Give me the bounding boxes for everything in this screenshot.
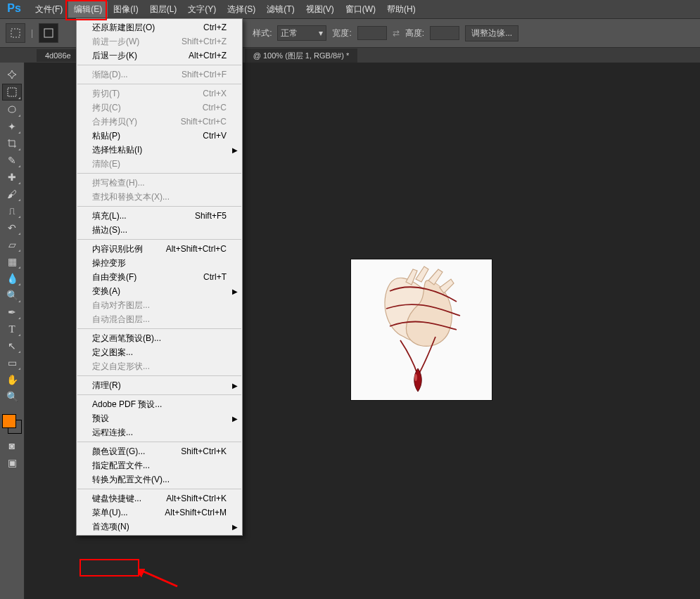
menu-item-label: 颜色设置(G)... <box>92 446 145 458</box>
menu-view[interactable]: 视图(V) <box>300 1 340 18</box>
menu-item-label: 变换(A) <box>92 285 120 297</box>
screenmode-tool[interactable]: ▣ <box>3 455 21 470</box>
menu-item[interactable]: 操控变形 <box>77 256 242 270</box>
menu-layer[interactable]: 图层(L) <box>144 1 183 18</box>
menu-item[interactable]: 描边(S)... <box>77 223 242 237</box>
lasso-tool[interactable] <box>3 102 21 117</box>
menu-item[interactable]: 键盘快捷键...Alt+Shift+Ctrl+K <box>77 491 242 505</box>
color-swatch[interactable] <box>2 414 22 434</box>
menu-item-shortcut: Ctrl+X <box>203 89 227 98</box>
menu-item-label: 定义画笔预设(B)... <box>92 333 161 344</box>
menu-image[interactable]: 图像(I) <box>108 1 144 18</box>
menu-item: 定义自定形状... <box>77 359 242 373</box>
menu-item: 自动对齐图层... <box>77 298 242 312</box>
pen-tool[interactable]: ✒ <box>3 304 21 320</box>
refine-edge-button[interactable]: 调整边缘... <box>465 25 518 41</box>
menu-item[interactable]: Adobe PDF 预设... <box>77 397 242 411</box>
quick-select-tool[interactable]: ✦ <box>3 119 21 134</box>
swap-icon[interactable]: ⇄ <box>393 28 400 38</box>
menu-window[interactable]: 窗口(W) <box>340 1 381 18</box>
menu-item-label: 清理(R) <box>92 380 121 392</box>
menu-item: 拷贝(C)Ctrl+C <box>77 101 242 115</box>
menu-item[interactable]: 转换为配置文件(V)... <box>77 472 242 487</box>
hand-tool[interactable]: ✋ <box>3 372 21 387</box>
menu-item[interactable]: 自由变换(F)Ctrl+T <box>77 270 242 284</box>
menu-item[interactable]: 粘贴(P)Ctrl+V <box>77 129 242 143</box>
menu-item-shortcut: Shift+Ctrl+K <box>181 446 227 456</box>
menu-separator <box>77 65 241 65</box>
menu-item[interactable]: 内容识别比例Alt+Shift+Ctrl+C <box>77 242 242 256</box>
menu-item[interactable]: 变换(A)▶ <box>77 284 242 298</box>
menu-select[interactable]: 选择(S) <box>222 1 261 18</box>
style-select[interactable]: 正常 ▾ <box>277 25 326 41</box>
foreground-color[interactable] <box>2 414 16 428</box>
move-tool[interactable] <box>3 67 21 82</box>
menu-item-label: 粘贴(P) <box>92 130 120 142</box>
type-tool[interactable]: T <box>3 321 21 337</box>
menu-edit[interactable]: 编辑(E) <box>68 1 108 18</box>
stamp-tool[interactable]: ⎍ <box>3 203 21 219</box>
menu-item-label: 转换为配置文件(V)... <box>92 474 170 486</box>
menu-item-label: 清除(E) <box>92 158 120 170</box>
crop-tool[interactable] <box>3 136 21 151</box>
blur-tool[interactable]: 💧 <box>3 271 21 286</box>
document-tab-active[interactable]: @ 100% (图层 1, RGB/8#) * <box>245 49 358 63</box>
menu-item[interactable]: 还原新建图层(O)Ctrl+Z <box>77 20 242 34</box>
menu-item-label: 远程连接... <box>92 427 133 439</box>
canvas[interactable] <box>351 259 492 400</box>
marquee-preview-icon[interactable] <box>39 23 58 43</box>
menu-file[interactable]: 文件(F) <box>30 1 68 18</box>
menu-separator <box>77 375 241 376</box>
menu-separator <box>77 84 241 84</box>
gradient-tool[interactable]: ▦ <box>3 254 21 269</box>
menu-item[interactable]: 清理(R)▶ <box>77 378 242 392</box>
menu-item-label: 前进一步(W) <box>92 36 139 48</box>
brush-tool[interactable]: 🖌 <box>3 186 21 202</box>
menu-filter[interactable]: 滤镜(T) <box>261 1 300 18</box>
zoom-tool[interactable]: 🔍 <box>3 389 21 404</box>
menu-type[interactable]: 文字(Y) <box>182 1 222 18</box>
menu-item-label: 查找和替换文本(X)... <box>92 191 170 203</box>
style-label: 样式: <box>253 27 272 39</box>
history-brush-tool[interactable]: ↶ <box>3 220 21 236</box>
tool-preset-icon[interactable] <box>6 23 25 43</box>
menu-item: 前进一步(W)Shift+Ctrl+Z <box>77 34 242 49</box>
eraser-tool[interactable]: ▱ <box>3 237 21 252</box>
marquee-tool[interactable] <box>2 84 22 101</box>
submenu-arrow-icon: ▶ <box>232 288 238 295</box>
path-select-tool[interactable]: ↖ <box>3 338 21 354</box>
menu-item[interactable]: 定义画笔预设(B)... <box>77 331 242 345</box>
menu-item-shortcut: Alt+Ctrl+Z <box>189 51 227 60</box>
shape-tool[interactable]: ▭ <box>3 355 21 371</box>
menu-item[interactable]: 选择性粘贴(I)▶ <box>77 143 242 157</box>
menu-help[interactable]: 帮助(H) <box>381 1 421 18</box>
menu-item[interactable]: 预设▶ <box>77 411 242 425</box>
dodge-tool[interactable]: 🔍 <box>3 288 21 303</box>
menu-item-label: 自动对齐图层... <box>92 300 150 311</box>
edit-menu-dropdown: 还原新建图层(O)Ctrl+Z前进一步(W)Shift+Ctrl+Z后退一步(K… <box>76 18 243 536</box>
menu-item-label: 自动混合图层... <box>92 314 150 326</box>
menu-item-shortcut: Alt+Shift+Ctrl+M <box>165 508 227 517</box>
menu-item: 清除(E) <box>77 157 242 171</box>
menu-item[interactable]: 远程连接... <box>77 425 242 439</box>
healing-tool[interactable]: ✚ <box>3 169 21 185</box>
menu-separator <box>77 442 241 442</box>
document-tab[interactable]: 4d086e <box>37 49 79 62</box>
quickmask-tool[interactable]: ◙ <box>3 438 21 453</box>
menu-item-label: Adobe PDF 预设... <box>92 399 162 411</box>
menu-item-shortcut: Shift+Ctrl+Z <box>182 37 227 46</box>
menu-item[interactable]: 首选项(N)▶ <box>77 520 242 534</box>
menu-item-label: 合并拷贝(Y) <box>92 116 137 128</box>
menu-item[interactable]: 后退一步(K)Alt+Ctrl+Z <box>77 49 242 63</box>
menu-item[interactable]: 颜色设置(G)...Shift+Ctrl+K <box>77 444 242 458</box>
eyedropper-tool[interactable]: ✎ <box>3 153 21 168</box>
width-input[interactable] <box>357 26 387 40</box>
menu-item[interactable]: 指定配置文件... <box>77 458 242 472</box>
menu-item[interactable]: 填充(L)...Shift+F5 <box>77 209 242 223</box>
height-input[interactable] <box>430 26 459 40</box>
menu-item[interactable]: 菜单(U)...Alt+Shift+Ctrl+M <box>77 505 242 520</box>
menu-item[interactable]: 定义图案... <box>77 345 242 359</box>
menu-item-shortcut: Ctrl+C <box>203 103 227 112</box>
menu-item-label: 自由变换(F) <box>92 271 136 283</box>
menu-item: 合并拷贝(Y)Shift+Ctrl+C <box>77 115 242 129</box>
